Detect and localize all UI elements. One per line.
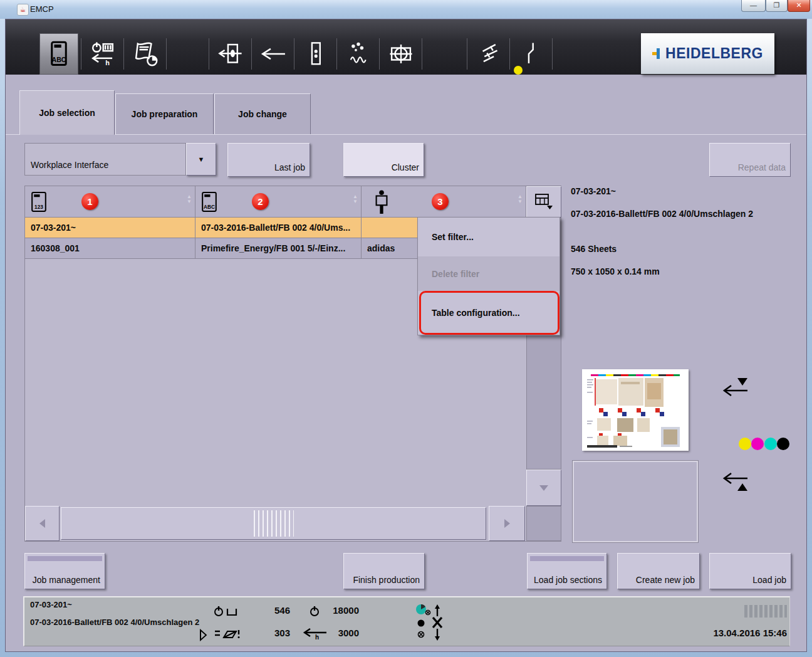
job-end-time-icon <box>131 39 160 68</box>
svg-text:123: 123 <box>34 204 43 210</box>
sort-arrows-icon[interactable]: ▲▼ <box>517 194 523 204</box>
sort-arrows-icon[interactable]: ▲▼ <box>186 194 192 204</box>
status-bar: 07-03-201~ 07-03-2016-Ballett/FB 002 4/0… <box>23 596 790 646</box>
toolbar-job-end-time-button[interactable] <box>125 33 166 75</box>
job-info-name: 07-03-2016-Ballett/FB 002 4/0/Umschlagen… <box>571 209 753 219</box>
status-datetime: 13.04.2016 15:46 <box>651 628 787 638</box>
sheet-counter-icon <box>214 604 239 619</box>
maximize-button[interactable]: ❐ <box>766 0 788 12</box>
column-header-job-name[interactable]: ABC 2 ▲▼ <box>195 186 362 218</box>
sheet-layout-image <box>582 369 689 451</box>
status-sheet-counter: 546 <box>237 605 290 616</box>
window-title: EMCP <box>30 4 54 14</box>
emcp-window: { "window": { "title": "EMCP" }, "toolba… <box>0 0 812 657</box>
menu-item-delete-filter[interactable]: Delete filter <box>418 256 560 291</box>
job-info-number: 07-03-201~ <box>571 186 616 196</box>
tab-job-preparation[interactable]: Job preparation <box>115 93 214 134</box>
tab-job-selection[interactable]: Job selection <box>19 90 115 135</box>
column-badge-3: 3 <box>432 193 449 210</box>
cell-job-name: 07-03-2016-Ballett/FB 002 4/0/Ums... <box>195 218 362 238</box>
toolbar-arrow-left-button[interactable] <box>252 33 294 75</box>
tab-job-change[interactable]: Job change <box>214 93 311 134</box>
column-header-customer[interactable]: 3 ▲▼ <box>362 186 526 218</box>
scroll-left-button[interactable] <box>25 506 60 541</box>
chevron-down-icon: ▼ <box>198 155 205 163</box>
back-side-preview[interactable] <box>572 460 699 543</box>
front-side-icon <box>720 374 750 398</box>
sort-arrows-icon[interactable]: ▲▼ <box>352 194 358 204</box>
machine-state-icon <box>414 602 447 641</box>
scroll-right-button[interactable] <box>489 506 525 541</box>
toolbar-register-button[interactable] <box>380 33 422 75</box>
heidelberg-logo-mark <box>652 48 663 59</box>
ink-magenta <box>751 438 764 450</box>
scrollbar-corner <box>526 506 561 541</box>
menu-item-set-filter[interactable]: Set filter... <box>418 218 560 256</box>
scroll-down-button[interactable] <box>526 470 561 506</box>
ink-cyan <box>764 438 777 450</box>
horizontal-scrollbar-thumb[interactable] <box>61 507 486 540</box>
active-indicator-bar <box>530 556 604 561</box>
workplace-select-value: Workplace Interface <box>31 160 108 170</box>
washup-icon <box>474 39 503 68</box>
cell-job-name: Primefire_Energy/FB 001 5/-/Einz... <box>195 238 362 258</box>
svg-text:ABC: ABC <box>204 204 215 210</box>
production-step-icon <box>199 629 209 641</box>
signal-bars-icon <box>744 605 787 618</box>
load-job-sections-button[interactable]: Load job sections <box>527 553 607 589</box>
job-list-icon: ABC <box>46 40 71 68</box>
cluster-button[interactable]: Cluster <box>343 143 424 177</box>
job-number-column-icon: 123 <box>31 191 48 213</box>
svg-text:ABC: ABC <box>52 56 66 63</box>
column-header-job-number[interactable]: 123 1 ▲▼ <box>25 186 195 218</box>
arrow-right-icon <box>504 519 510 528</box>
toolbar-washup-button[interactable] <box>468 33 509 75</box>
status-speed-setpoint: 18000 <box>313 605 359 616</box>
job-management-button[interactable]: Job management <box>24 553 105 589</box>
status-job-name: 07-03-2016-Ballett/FB 002 4/0/Umschlagen… <box>30 618 199 627</box>
arrow-left-icon <box>39 519 45 528</box>
toolbar-powder-spray-button[interactable] <box>338 33 379 75</box>
column-badge-2: 2 <box>252 193 269 210</box>
register-icon <box>387 39 415 68</box>
status-sheet-counter-2: 303 <box>237 628 290 638</box>
toolbar-ink-unit-button[interactable] <box>295 33 336 75</box>
cell-job-number: 160308_001 <box>25 238 195 258</box>
last-job-button[interactable]: Last job <box>227 143 310 177</box>
column-badge-1: 1 <box>81 193 98 210</box>
ink-yellow <box>739 438 751 450</box>
minimize-button[interactable]: — <box>741 0 766 12</box>
java-app-icon: ☕ <box>17 4 29 16</box>
scrollbar-grip <box>254 510 294 537</box>
table-configuration-button[interactable] <box>526 186 561 218</box>
job-info-sheets: 546 Sheets <box>571 244 617 254</box>
svg-text:h: h <box>105 59 110 66</box>
repeat-data-button[interactable]: Repeat data <box>709 143 791 177</box>
load-job-button[interactable]: Load job <box>709 553 791 589</box>
toolbar-job-list-button[interactable]: ABC <box>39 33 78 75</box>
impression-icon <box>517 39 546 68</box>
status-dot-yellow <box>514 66 523 75</box>
toolbar-plate-feed-button[interactable] <box>210 33 251 75</box>
create-new-job-button[interactable]: Create new job <box>617 553 700 589</box>
powder-spray-icon <box>344 39 373 68</box>
plate-feed-icon <box>216 39 245 68</box>
status-speed-value: 3000 <box>313 628 359 638</box>
ink-unit-icon <box>301 39 330 68</box>
main-toolbar: ABC h <box>6 19 806 75</box>
ink-black <box>777 438 789 450</box>
toolbar-counter-preset-button[interactable]: h <box>82 33 123 75</box>
customer-column-icon <box>373 189 390 214</box>
active-indicator-bar <box>28 556 102 561</box>
workplace-select-dropdown-button[interactable]: ▼ <box>186 143 216 176</box>
back-side-icon <box>720 471 750 495</box>
heidelberg-logo-text: HEIDELBERG <box>665 45 763 62</box>
close-button[interactable]: ✕ <box>788 0 810 12</box>
app-surface: ABC h <box>5 19 807 652</box>
front-side-preview[interactable] <box>582 369 689 451</box>
arrow-down-icon <box>539 485 548 491</box>
window-titlebar[interactable]: ☕ EMCP <box>0 0 812 19</box>
finish-production-button[interactable]: Finish production <box>343 553 425 589</box>
workplace-select[interactable]: Workplace Interface <box>24 143 186 176</box>
tab-divider <box>6 134 806 135</box>
